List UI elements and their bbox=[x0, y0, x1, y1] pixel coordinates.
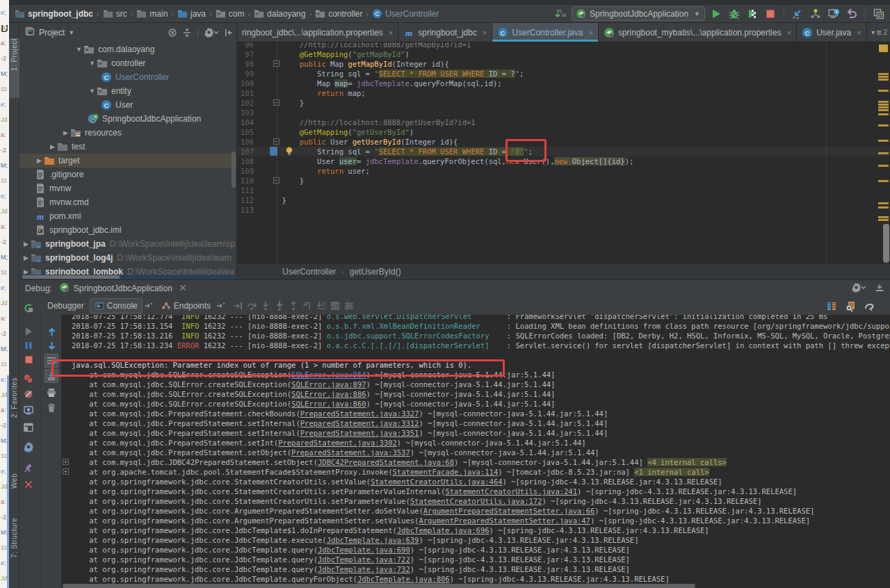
stacktrace-link[interactable]: SQLError.java:897 bbox=[291, 380, 366, 389]
thread-dump-icon[interactable] bbox=[22, 403, 35, 417]
stacktrace-link[interactable]: JdbcTemplate.java:806 bbox=[357, 575, 450, 583]
warning-stripe-mark[interactable] bbox=[878, 76, 889, 78]
tool-stripe-structure[interactable]: 7: Structure bbox=[9, 518, 19, 582]
fold-marker-icon[interactable]: − bbox=[273, 99, 280, 106]
collapse-all-icon[interactable] bbox=[182, 28, 192, 38]
tree-item-springboot_log4j[interactable]: ▶springboot_log4jD:\WorkSpace\IntellijId… bbox=[19, 251, 236, 265]
console-hscrollbar[interactable] bbox=[63, 584, 695, 588]
tree-collapse-arrow[interactable]: ▼ bbox=[74, 46, 83, 53]
stacktrace-link[interactable]: StatementFacade.java:114 bbox=[392, 468, 498, 476]
tree-item-springboot_jpa[interactable]: ▶springboot_jpaD:\WorkSpace\IntellijIdea… bbox=[19, 237, 236, 251]
rerun-icon[interactable] bbox=[22, 301, 35, 315]
analyze-stacktrace-icon[interactable] bbox=[845, 300, 857, 312]
fold-marker-icon[interactable]: − bbox=[273, 138, 280, 145]
stacktrace-link[interactable]: JdbcTemplate.java:732 bbox=[318, 565, 410, 573]
evaluate-expression-icon[interactable]: =? bbox=[328, 299, 342, 313]
warning-stripe-mark[interactable] bbox=[878, 140, 889, 142]
stacktrace-link[interactable]: JdbcTemplate.java:690 bbox=[318, 546, 410, 554]
breadcrumb-item-src[interactable]: src bbox=[103, 8, 127, 19]
jump-to-icon[interactable] bbox=[216, 302, 225, 311]
tree-item-pom.xml[interactable]: mpom.xml bbox=[19, 209, 236, 223]
show-execution-point-icon[interactable] bbox=[231, 299, 245, 313]
code-editor[interactable]: 96 //http://localhost:8888/getMapById?id… bbox=[237, 42, 890, 263]
trace-settings-icon[interactable] bbox=[342, 299, 356, 313]
settings-gear-icon[interactable] bbox=[22, 440, 35, 454]
console-fold-icon[interactable]: + bbox=[63, 468, 69, 475]
debug-session-tab[interactable]: SpringbootJdbcApplication bbox=[59, 282, 186, 295]
tree-item-user[interactable]: CUser bbox=[19, 98, 236, 112]
step-over-icon[interactable] bbox=[245, 299, 259, 313]
close-tab-icon[interactable]: × bbox=[787, 28, 791, 37]
debug-tab-debugger[interactable]: Debugger bbox=[43, 299, 88, 313]
tree-expand-arrow[interactable]: ▶ bbox=[48, 143, 57, 150]
warning-stripe-mark[interactable] bbox=[878, 152, 889, 154]
tool-stripe-favorites[interactable]: 2: Favorites bbox=[9, 377, 19, 448]
warning-stripe-mark[interactable] bbox=[878, 165, 889, 167]
close-tab-icon[interactable]: × bbox=[389, 28, 393, 37]
gear-icon[interactable] bbox=[851, 282, 866, 295]
clear-all-icon[interactable] bbox=[44, 401, 58, 415]
editor-tab-usercontroller.java[interactable]: CUserController.java× bbox=[492, 23, 598, 42]
tree-expand-arrow[interactable]: ▶ bbox=[35, 157, 44, 164]
stacktrace-link[interactable]: ArgumentPreparedStatementSetter.java:66 bbox=[423, 507, 595, 515]
restore-layout-icon[interactable] bbox=[22, 420, 35, 434]
warning-stripe-mark[interactable] bbox=[878, 219, 889, 221]
tree-item-test[interactable]: ▶test bbox=[19, 140, 236, 154]
warning-stripe-mark[interactable] bbox=[878, 206, 889, 209]
breadcrumb-method[interactable]: getUserById() bbox=[350, 267, 401, 277]
recent-changes-icon[interactable] bbox=[827, 7, 841, 21]
debug-tab-endpoints[interactable]: Endpoints bbox=[157, 299, 215, 313]
warning-stripe-mark[interactable] bbox=[878, 113, 889, 115]
debug-icon[interactable] bbox=[727, 7, 741, 21]
locate-file-icon[interactable] bbox=[168, 28, 177, 38]
tool-stripe-project[interactable]: 1: Project bbox=[9, 38, 19, 98]
memory-gauge-icon[interactable] bbox=[864, 300, 875, 312]
warning-stripe-mark[interactable] bbox=[878, 73, 889, 75]
stacktrace-link[interactable]: PreparedStatement.java:3302 bbox=[278, 439, 397, 447]
tree-expand-arrow[interactable]: ▶ bbox=[61, 129, 70, 136]
warning-stripe-mark[interactable] bbox=[878, 104, 889, 106]
project-scrollbar[interactable] bbox=[232, 152, 236, 188]
breadcrumb-item-java[interactable]: java bbox=[177, 8, 206, 19]
update-project-icon[interactable]: 0110 bbox=[553, 7, 567, 21]
tree-expand-arrow[interactable]: ▶ bbox=[22, 240, 31, 247]
warning-stripe-mark[interactable] bbox=[878, 79, 889, 81]
stop-icon[interactable] bbox=[763, 7, 777, 21]
tree-item-com.dalaoyang[interactable]: ▼com.dalaoyang bbox=[19, 42, 236, 56]
tree-collapse-arrow[interactable]: ▼ bbox=[88, 60, 97, 67]
breadcrumb-item-com[interactable]: com bbox=[216, 8, 245, 19]
pin-icon[interactable] bbox=[22, 461, 35, 475]
run-to-cursor-icon[interactable] bbox=[314, 299, 328, 313]
force-step-into-icon[interactable] bbox=[273, 299, 286, 313]
editor-tab-springboot_jdbc[interactable]: mspringboot_jdbc× bbox=[398, 23, 492, 42]
close-icon[interactable] bbox=[179, 284, 186, 293]
down-stack-icon[interactable] bbox=[44, 338, 58, 352]
stacktrace-link[interactable]: PreparedStatement.java:3312 bbox=[300, 419, 419, 427]
close-tab-icon[interactable]: × bbox=[483, 28, 487, 37]
stacktrace-link[interactable]: PreparedStatement.java:3351 bbox=[300, 429, 419, 437]
warning-stripe-mark[interactable] bbox=[878, 202, 889, 204]
run-configuration-select[interactable]: SpringbootJdbcApplication▼ bbox=[572, 6, 705, 21]
tree-item-mvnw[interactable]: mvnw bbox=[19, 181, 236, 195]
warning-stripe-mark[interactable] bbox=[878, 180, 889, 182]
dump-threads-icon[interactable] bbox=[826, 300, 838, 312]
warning-stripe-mark[interactable] bbox=[878, 101, 889, 103]
stacktrace-link[interactable]: JDBC42PreparedStatement.java:68 bbox=[318, 458, 454, 466]
tree-item-controller[interactable]: ▼controller bbox=[19, 56, 236, 70]
console-fold-icon[interactable]: + bbox=[63, 459, 69, 465]
tree-item-resources[interactable]: ▶resources bbox=[19, 126, 236, 140]
coverage-icon[interactable] bbox=[745, 7, 759, 21]
resume-icon[interactable] bbox=[22, 325, 35, 338]
stacktrace-link[interactable]: PreparedStatement.java:3327 bbox=[300, 409, 419, 418]
tree-collapse-arrow[interactable]: ▼ bbox=[88, 88, 97, 95]
stacktrace-link[interactable]: JdbcTemplate.java:722 bbox=[318, 555, 410, 564]
project-hscrollbar[interactable] bbox=[22, 275, 120, 279]
tool-stripe-web[interactable]: Web bbox=[9, 473, 19, 509]
stop-icon[interactable] bbox=[22, 352, 35, 366]
stacktrace-link[interactable]: SQLError.java:886 bbox=[291, 390, 366, 398]
stacktrace-link[interactable]: SQLError.java:860 bbox=[291, 400, 366, 408]
vcs-update-icon[interactable] bbox=[791, 7, 804, 21]
breadcrumb-class[interactable]: UserController bbox=[282, 267, 336, 277]
close-tab-icon[interactable]: × bbox=[588, 28, 592, 37]
breadcrumb-item-main[interactable]: main bbox=[136, 8, 168, 19]
